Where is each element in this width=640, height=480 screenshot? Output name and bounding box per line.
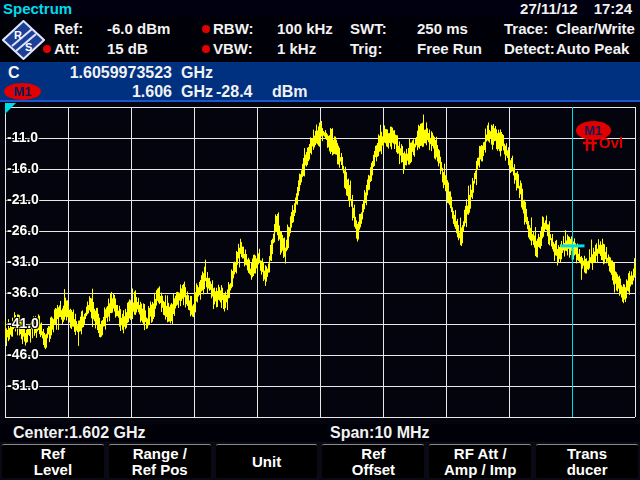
ref-position-triangle-icon bbox=[5, 103, 16, 114]
swt-label: SWT: bbox=[350, 20, 417, 38]
detect-value: Auto Peak bbox=[556, 40, 629, 57]
frequency-info-row: Center:1.602 GHz Span:10 MHz bbox=[0, 424, 640, 442]
setting-ref[interactable]: Ref:-6.0 dBm bbox=[43, 20, 170, 38]
span-readout: Span:10 MHz bbox=[330, 424, 430, 442]
vbw-active-bullet-icon bbox=[202, 45, 210, 53]
setting-trig[interactable]: Trig:Free Run bbox=[350, 40, 482, 58]
vbw-label: VBW: bbox=[213, 40, 277, 58]
marker1-level-value: -28.4 bbox=[216, 82, 252, 101]
trace-display-area: -11.0 -16.0 -21.0 -26.0 -31.0 -36.0 -41.… bbox=[0, 102, 640, 424]
vbw-value: 1 kHz bbox=[277, 40, 316, 57]
rohde-schwarz-logo-icon: R S bbox=[2, 20, 45, 60]
setting-rbw[interactable]: RBW:100 kHz bbox=[202, 20, 333, 38]
marker1-level-unit: dBm bbox=[272, 82, 308, 101]
marker1-freq-unit: GHz bbox=[181, 82, 213, 101]
center-freq-row: C 1.6059973523 GHz bbox=[0, 63, 640, 82]
rbw-active-bullet-icon bbox=[202, 25, 210, 33]
setting-vbw[interactable]: VBW:1 kHz bbox=[202, 40, 316, 58]
svg-text:S: S bbox=[25, 41, 32, 53]
marker-readout-bar: C 1.6059973523 GHz M1 1.606 GHz -28.4 dB… bbox=[0, 62, 640, 102]
setting-swt[interactable]: SWT:250 ms bbox=[350, 20, 468, 38]
settings-header: R S Ref:-6.0 dBm Att:15 dB RBW:100 kHz V… bbox=[0, 17, 640, 62]
y-tick-label: -21.0 bbox=[7, 191, 53, 208]
time-label: 17:24 bbox=[594, 0, 632, 17]
ref-value: -6.0 dBm bbox=[107, 20, 170, 37]
trace-value: Clear/Write bbox=[556, 20, 635, 37]
softkey-bar: RefLevel Range /Ref Pos Unit RefOffset R… bbox=[0, 442, 640, 480]
marker1-row: M1 1.606 GHz -28.4 dBm bbox=[0, 82, 640, 101]
y-tick-label: -16.0 bbox=[7, 160, 53, 177]
y-tick-label: -41.0 bbox=[7, 315, 53, 332]
datetime: 27/11/1217:24 bbox=[504, 0, 632, 17]
rbw-label: RBW: bbox=[213, 20, 277, 38]
trace-label: Trace: bbox=[504, 20, 556, 38]
y-tick-label: -46.0 bbox=[7, 346, 53, 363]
overload-warning: Ovl bbox=[599, 134, 623, 151]
trig-value: Free Run bbox=[417, 40, 482, 57]
center-frequency-readout: Center:1.602 GHz bbox=[13, 424, 146, 442]
softkey-transducer[interactable]: Transducer bbox=[536, 444, 638, 478]
att-value: 15 dB bbox=[107, 40, 148, 57]
setting-trace[interactable]: Trace:Clear/Write bbox=[504, 20, 635, 38]
spectrum-analyzer-screen: Spectrum 27/11/1217:24 R S Ref:-6.0 dBm … bbox=[0, 0, 640, 480]
softkey-unit[interactable]: Unit bbox=[216, 444, 318, 478]
softkey-rf-att-amp-imp[interactable]: RF Att /Amp / Imp bbox=[429, 444, 531, 478]
att-active-bullet-icon bbox=[43, 45, 51, 53]
trace-plot[interactable] bbox=[0, 102, 640, 424]
title-bar: Spectrum 27/11/1217:24 bbox=[0, 0, 640, 17]
center-freq-unit: GHz bbox=[181, 63, 213, 82]
marker1-arrow-icon bbox=[583, 138, 597, 151]
y-tick-label: -31.0 bbox=[7, 253, 53, 270]
svg-text:R: R bbox=[14, 29, 22, 41]
softkey-range-ref-pos[interactable]: Range /Ref Pos bbox=[109, 444, 211, 478]
setting-att[interactable]: Att:15 dB bbox=[43, 40, 148, 58]
mode-title: Spectrum bbox=[3, 0, 72, 17]
setting-detect[interactable]: Detect:Auto Peak bbox=[504, 40, 629, 58]
rbw-value: 100 kHz bbox=[277, 20, 333, 37]
y-tick-label: -26.0 bbox=[7, 222, 53, 239]
softkey-ref-offset[interactable]: RefOffset bbox=[322, 444, 424, 478]
y-tick-label: -36.0 bbox=[7, 284, 53, 301]
date-label: 27/11/12 bbox=[520, 0, 578, 17]
y-tick-label: -51.0 bbox=[7, 377, 53, 394]
att-label: Att: bbox=[54, 40, 107, 58]
trig-label: Trig: bbox=[350, 40, 417, 58]
detect-label: Detect: bbox=[504, 40, 556, 58]
ref-label: Ref: bbox=[54, 20, 107, 38]
marker1-freq-value: 1.606 bbox=[0, 82, 172, 101]
swt-value: 250 ms bbox=[417, 20, 468, 37]
y-tick-label: -11.0 bbox=[7, 129, 53, 146]
softkey-ref-level[interactable]: RefLevel bbox=[2, 444, 104, 478]
center-freq-value: 1.6059973523 bbox=[0, 63, 172, 82]
